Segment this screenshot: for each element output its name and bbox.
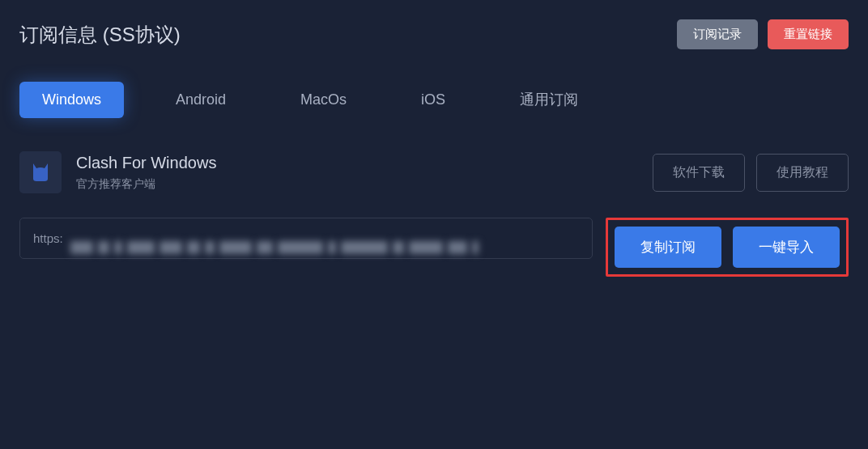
tab-ios[interactable]: iOS xyxy=(398,82,468,118)
platform-tabs: Windows Android MacOs iOS 通用订阅 xyxy=(19,80,849,119)
client-description: 官方推荐客户端 xyxy=(76,177,216,192)
page-title: 订阅信息 (SS协议) xyxy=(19,22,181,48)
tutorial-button[interactable]: 使用教程 xyxy=(756,154,849,192)
download-software-button[interactable]: 软件下载 xyxy=(653,154,745,192)
one-click-import-button[interactable]: 一键导入 xyxy=(733,227,840,268)
action-buttons-highlight: 复制订阅 一键导入 xyxy=(606,218,849,277)
tab-windows[interactable]: Windows xyxy=(19,82,124,118)
url-blur-mask xyxy=(68,219,591,275)
tab-universal[interactable]: 通用订阅 xyxy=(497,80,601,119)
copy-subscription-button[interactable]: 复制订阅 xyxy=(615,227,721,268)
header-actions: 订阅记录 重置链接 xyxy=(677,19,849,49)
client-name: Clash For Windows xyxy=(76,154,216,172)
tab-macos[interactable]: MacOs xyxy=(278,82,369,118)
client-info: Clash For Windows 官方推荐客户端 xyxy=(19,151,216,193)
client-app-icon xyxy=(19,151,62,193)
subscription-history-button[interactable]: 订阅记录 xyxy=(677,19,758,49)
reset-link-button[interactable]: 重置链接 xyxy=(768,19,849,49)
tab-android[interactable]: Android xyxy=(153,82,249,118)
cat-icon xyxy=(28,160,53,184)
